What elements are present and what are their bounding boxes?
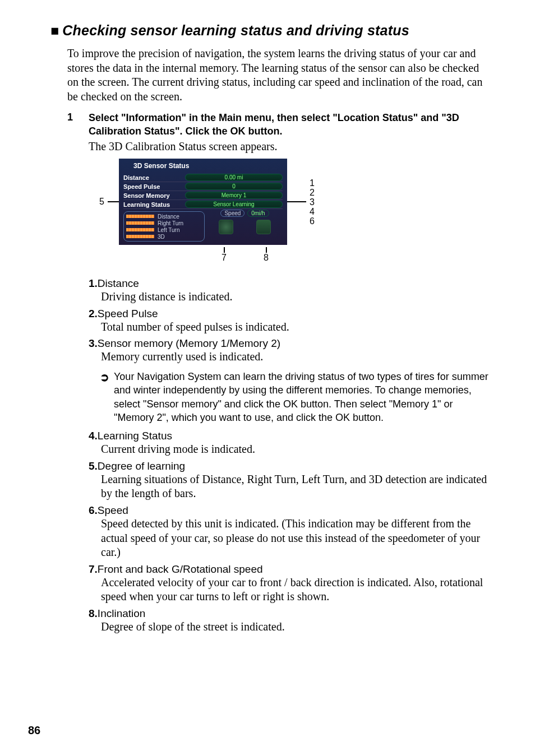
def-number: 3. (89, 337, 98, 349)
step-row: 1 Select "Information" in the Main menu,… (67, 112, 490, 138)
section-title-text: Checking sensor learning status and driv… (62, 22, 409, 38)
status-label: Distance (123, 174, 185, 181)
status-label: Sensor Memory (123, 192, 185, 199)
def-title: Degree of learning (98, 460, 185, 472)
calibration-figure: 5 3D Sensor Status Distance 0.00 mi Spee… (89, 159, 507, 263)
definition: 7.Front and back G/Rotational speed Acce… (89, 563, 490, 604)
callout-left: 5 (89, 197, 108, 207)
status-value: Sensor Learning (185, 201, 283, 208)
intro-paragraph: To improve the precision of navigation, … (67, 47, 490, 104)
bar-label: 3D (158, 234, 165, 240)
callouts-bottom: 7 8 (119, 245, 287, 263)
bar-row: Right Turn (126, 220, 202, 226)
def-number: 2. (89, 308, 98, 319)
definition: 5.Degree of learning Learning situations… (89, 460, 490, 501)
status-row: Distance 0.00 mi (123, 173, 283, 182)
step-description: The 3D Calibration Status screen appears… (89, 140, 507, 153)
speed-value: 0mi/h (247, 210, 269, 217)
definition: 2.Speed Pulse Total number of speed puls… (89, 308, 490, 335)
definition: 8.Inclination Degree of slope of the str… (89, 607, 490, 634)
figure-title: 3D Sensor Status (133, 162, 283, 170)
def-number: 6. (89, 504, 98, 516)
bar-label: Left Turn (158, 227, 179, 233)
callout-num: 4 (310, 207, 315, 216)
def-title: Inclination (98, 607, 146, 619)
def-body: Current driving mode is indicated. (101, 442, 490, 457)
callout-num: 8 (264, 253, 269, 262)
definition: 3.Sensor memory (Memory 1/Memory 2) Memo… (89, 337, 490, 364)
def-body: Speed detected by this unit is indicated… (101, 517, 490, 560)
callout-num: 3 (310, 197, 315, 207)
status-value: Memory 1 (185, 192, 283, 199)
callout-right-line (287, 201, 306, 202)
status-value: 0 (185, 183, 283, 190)
status-value: 0.00 mi (185, 174, 283, 181)
def-number: 1. (89, 277, 98, 289)
callout-num: 1 (310, 178, 315, 188)
note-icon: ➲ (100, 370, 109, 424)
definition: 4.Learning Status Current driving mode i… (89, 430, 490, 457)
definition: 1.Distance Driving distance is indicated… (89, 277, 490, 304)
status-label: Learning Status (123, 201, 185, 208)
def-title: Sensor memory (Memory 1/Memory 2) (98, 337, 280, 349)
def-title: Speed (98, 504, 128, 516)
def-number: 5. (89, 460, 98, 472)
figure-row: 5 3D Sensor Status Distance 0.00 mi Spee… (89, 159, 507, 245)
section-title: ■Checking sensor learning status and dri… (50, 22, 507, 39)
rotational-gauge-icon (219, 220, 233, 234)
inclination-gauge-icon (256, 220, 271, 234)
def-body: Degree of slope of the street is indicat… (101, 620, 490, 634)
speed-label: Speed (220, 210, 245, 217)
section-bullet: ■ (50, 22, 59, 38)
bar-label: Right Turn (158, 220, 183, 226)
def-title: Distance (98, 277, 139, 289)
tick-icon (224, 247, 225, 253)
def-title: Speed Pulse (98, 308, 158, 319)
bar-row: 3D (126, 233, 202, 240)
callouts-right: 1 2 3 4 6 (310, 178, 315, 226)
def-number: 8. (89, 607, 98, 619)
callout-num: 7 (222, 253, 227, 262)
page: ■Checking sensor learning status and dri… (0, 0, 535, 756)
def-body: Memory currently used is indicated. (101, 350, 490, 364)
def-title: Learning Status (98, 430, 172, 442)
page-number: 86 (28, 724, 40, 737)
callout-left-line (108, 201, 119, 202)
callout-num: 6 (310, 216, 315, 226)
bar-row: Left Turn (126, 226, 202, 233)
status-row: Speed Pulse 0 (123, 182, 283, 191)
note-text: Your Navigation System can learn the dri… (114, 370, 490, 424)
definition: 6.Speed Speed detected by this unit is i… (89, 504, 490, 560)
def-body: Accelerated velocity of your car to fron… (101, 576, 490, 604)
status-row: Sensor Memory Memory 1 (123, 191, 283, 200)
def-body: Total number of speed pulses is indicate… (101, 320, 490, 335)
def-number: 4. (89, 430, 98, 442)
step-instruction: Select "Information" in the Main menu, t… (89, 112, 490, 138)
bar-label: Distance (158, 214, 179, 220)
def-number: 7. (89, 563, 98, 575)
status-row: Learning Status Sensor Learning (123, 200, 283, 209)
step-number: 1 (67, 112, 89, 138)
def-body: Driving distance is indicated. (101, 290, 490, 304)
learning-bars: Distance Right Turn Left Turn 3D (123, 211, 205, 242)
status-label: Speed Pulse (123, 183, 185, 190)
callout-num: 2 (310, 188, 315, 197)
def-body: Learning situations of Distance, Right T… (101, 472, 490, 501)
note: ➲ Your Navigation System can learn the d… (100, 370, 490, 424)
sensor-status-screen: 3D Sensor Status Distance 0.00 mi Speed … (119, 159, 287, 245)
tick-icon (266, 247, 267, 253)
bar-row: Distance (126, 213, 202, 220)
def-title: Front and back G/Rotational speed (98, 563, 263, 575)
